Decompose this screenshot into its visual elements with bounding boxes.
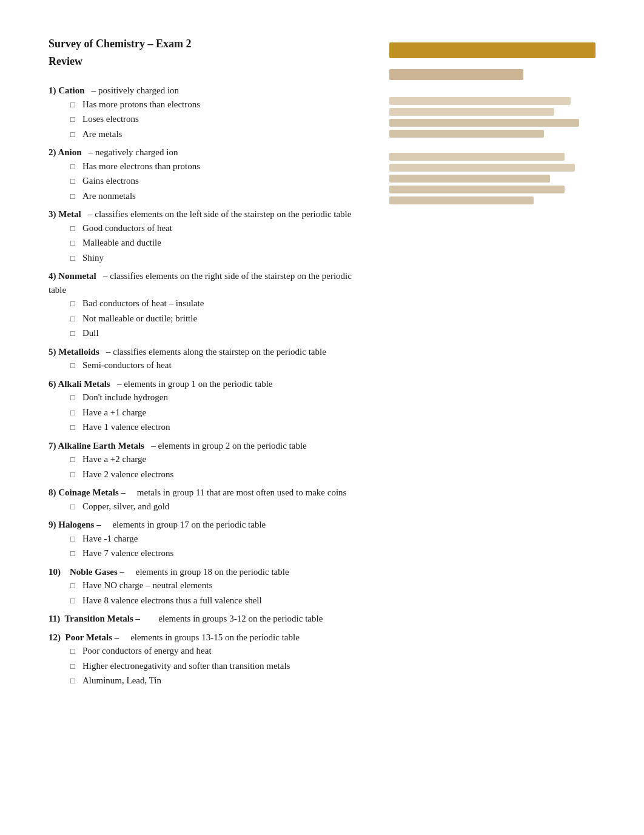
list-item: □Good conductors of heat [70, 221, 371, 235]
list-item: □Don't include hydrogen [70, 391, 371, 404]
main-list: 1) Cation – positively charged ion □Has … [49, 84, 371, 688]
list-item: 1) Cation – positively charged ion □Has … [49, 84, 371, 141]
list-item: 4) Nonmetal – classifies elements on the… [49, 269, 371, 340]
list-item: □Aluminum, Lead, Tin [70, 674, 371, 688]
blurred-title-section [389, 69, 595, 86]
list-item: □Have 8 valence electrons thus a full va… [70, 594, 371, 608]
list-item: □Are nonmetals [70, 189, 371, 203]
list-item: 11) Transition Metals – elements in grou… [49, 612, 371, 626]
list-item: 2) Anion – negatively charged ion □Has m… [49, 146, 371, 203]
list-item: □Loses electrons [70, 112, 371, 126]
list-item: 7) Alkaline Earth Metals – elements in g… [49, 439, 371, 481]
list-item: □Semi-conductors of heat [70, 358, 371, 372]
list-item: □Has more electrons than protons [70, 159, 371, 173]
list-item: □Copper, silver, and gold [70, 500, 371, 514]
page-container: Survey of Chemistry – Exam 2 Review 1) C… [49, 36, 595, 692]
list-item: □Have a +2 charge [70, 452, 371, 466]
list-item: 10) Noble Gases – elements in group 18 o… [49, 565, 371, 608]
list-item: □Poor conductors of energy and heat [70, 644, 371, 658]
list-item: 8) Coinage Metals – metals in group 11 t… [49, 486, 371, 513]
list-item: □Have -1 charge [70, 532, 371, 546]
page-title: Survey of Chemistry – Exam 2 [49, 36, 371, 52]
list-item: 6) Alkali Metals – elements in group 1 o… [49, 377, 371, 434]
list-item: 12) Poor Metals – elements in groups 13-… [49, 631, 371, 688]
list-item: □Have 7 valence electrons [70, 546, 371, 560]
list-item: □Have 1 valence electron [70, 420, 371, 434]
page-subtitle: Review [49, 54, 371, 69]
list-item: □Have NO charge – neutral elements [70, 578, 371, 592]
list-item: □Dull [70, 326, 371, 340]
list-item: □Higher electronegativity and softer tha… [70, 659, 371, 673]
left-column: Survey of Chemistry – Exam 2 Review 1) C… [49, 36, 371, 692]
list-item: 9) Halogens – elements in group 17 on th… [49, 518, 371, 560]
list-item: □Have a +1 charge [70, 406, 371, 420]
right-panel [389, 36, 595, 692]
list-item: 5) Metalloids – classifies elements alon… [49, 345, 371, 372]
blurred-group-2 [389, 153, 595, 207]
list-item: □Malleable and ductile [70, 236, 371, 250]
list-item: □Are metals [70, 127, 371, 141]
highlight-bar [389, 42, 595, 58]
blurred-group-1 [389, 97, 595, 141]
list-item: □Shiny [70, 251, 371, 265]
list-item: □Gains electrons [70, 174, 371, 188]
list-item: □Has more protons than electrons [70, 98, 371, 112]
list-item: □Not malleable or ductile; brittle [70, 312, 371, 326]
list-item: □Bad conductors of heat – insulate [70, 297, 371, 310]
list-item: 3) Metal – classifies elements on the le… [49, 207, 371, 264]
list-item: □Have 2 valence electrons [70, 468, 371, 481]
